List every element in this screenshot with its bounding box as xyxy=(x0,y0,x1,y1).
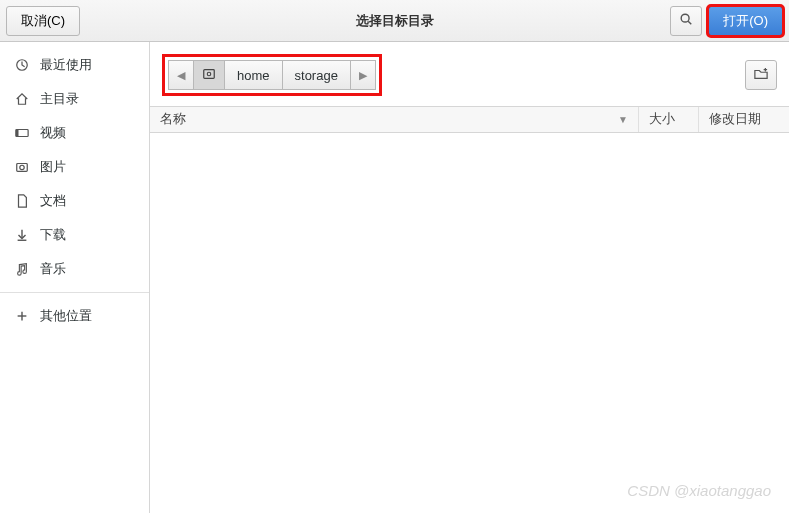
places-sidebar: 最近使用 主目录 视频 图片 文档 下载 音乐 其他位置 xyxy=(0,42,150,513)
column-header-name[interactable]: 名称 ▼ xyxy=(150,107,639,132)
new-folder-icon xyxy=(754,67,768,84)
column-header-modified[interactable]: 修改日期 xyxy=(699,107,789,132)
sidebar-item-label: 下载 xyxy=(40,226,66,244)
cancel-button[interactable]: 取消(C) xyxy=(6,6,80,36)
header-bar: 取消(C) 选择目标目录 打开(O) xyxy=(0,0,789,42)
video-icon xyxy=(14,125,30,141)
sidebar-item-other-locations[interactable]: 其他位置 xyxy=(0,299,149,333)
home-icon xyxy=(14,91,30,107)
svg-point-6 xyxy=(20,165,24,169)
svg-point-0 xyxy=(681,14,689,22)
sidebar-item-label: 视频 xyxy=(40,124,66,142)
recent-icon xyxy=(14,57,30,73)
dialog-title: 选择目标目录 xyxy=(356,12,434,30)
path-forward-button[interactable]: ▶ xyxy=(350,60,376,90)
search-button[interactable] xyxy=(670,6,702,36)
sidebar-item-pictures[interactable]: 图片 xyxy=(0,150,149,184)
sidebar-item-videos[interactable]: 视频 xyxy=(0,116,149,150)
sidebar-item-music[interactable]: 音乐 xyxy=(0,252,149,286)
svg-point-12 xyxy=(207,72,211,76)
sidebar-item-documents[interactable]: 文档 xyxy=(0,184,149,218)
open-button[interactable]: 打开(O) xyxy=(708,6,783,36)
sidebar-item-downloads[interactable]: 下载 xyxy=(0,218,149,252)
documents-icon xyxy=(14,193,30,209)
chevron-right-icon: ▶ xyxy=(359,69,367,82)
sidebar-item-label: 文档 xyxy=(40,192,66,210)
file-list[interactable] xyxy=(150,133,789,513)
path-segment-home[interactable]: home xyxy=(224,60,283,90)
sidebar-divider xyxy=(0,292,149,293)
column-header-size[interactable]: 大小 xyxy=(639,107,699,132)
chevron-left-icon: ◀ xyxy=(177,69,185,82)
svg-line-1 xyxy=(688,21,691,24)
sidebar-item-label: 音乐 xyxy=(40,260,66,278)
sidebar-item-label: 其他位置 xyxy=(40,307,92,325)
sidebar-item-label: 主目录 xyxy=(40,90,79,108)
column-headers: 名称 ▼ 大小 修改日期 xyxy=(150,106,789,133)
main-panel: ◀ home storage ▶ 名称 ▼ 大小 修改日期 xyxy=(150,42,789,513)
pictures-icon xyxy=(14,159,30,175)
sidebar-item-label: 图片 xyxy=(40,158,66,176)
sort-indicator-icon: ▼ xyxy=(618,114,628,125)
sidebar-item-label: 最近使用 xyxy=(40,56,92,74)
new-folder-button[interactable] xyxy=(745,60,777,90)
sidebar-item-recent[interactable]: 最近使用 xyxy=(0,48,149,82)
plus-icon xyxy=(14,308,30,324)
music-icon xyxy=(14,261,30,277)
svg-rect-11 xyxy=(204,69,215,78)
search-icon xyxy=(679,12,693,29)
path-back-button[interactable]: ◀ xyxy=(168,60,194,90)
path-root-button[interactable] xyxy=(193,60,225,90)
path-bar: ◀ home storage ▶ xyxy=(162,54,382,96)
path-segment-storage[interactable]: storage xyxy=(282,60,351,90)
drive-icon xyxy=(202,67,216,84)
svg-rect-4 xyxy=(16,130,19,137)
sidebar-item-home[interactable]: 主目录 xyxy=(0,82,149,116)
downloads-icon xyxy=(14,227,30,243)
